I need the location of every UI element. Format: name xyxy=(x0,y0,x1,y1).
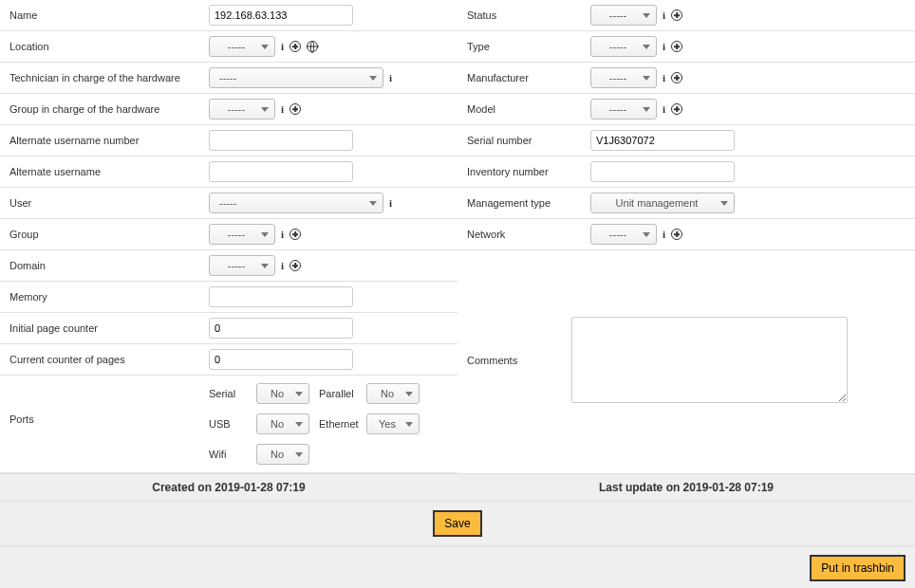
add-icon[interactable] xyxy=(289,103,301,115)
row-alt-user: Alternate username xyxy=(0,156,458,188)
info-icon[interactable]: i xyxy=(389,72,392,83)
row-type: Type ----- i xyxy=(458,31,915,63)
globe-icon[interactable] xyxy=(307,41,318,52)
mgmt-type-select[interactable]: Unit management xyxy=(590,193,735,213)
label-parallel: Parallel xyxy=(319,388,357,399)
label-init-page: Initial page counter xyxy=(9,322,209,334)
add-icon[interactable] xyxy=(671,41,682,52)
network-select[interactable]: ----- xyxy=(590,224,657,245)
right-column: Status ----- i Type ----- i xyxy=(458,0,915,473)
add-icon[interactable] xyxy=(671,103,682,115)
row-manufacturer: Manufacturer ----- i xyxy=(458,63,915,94)
add-icon[interactable] xyxy=(289,41,301,52)
info-icon[interactable]: i xyxy=(663,72,665,83)
info-icon[interactable]: i xyxy=(663,41,665,52)
label-cur-page: Current counter of pages xyxy=(9,354,209,365)
chevron-down-icon xyxy=(643,232,650,237)
row-memory: Memory xyxy=(0,282,458,313)
row-domain: Domain ----- i xyxy=(0,250,458,282)
model-select[interactable]: ----- xyxy=(590,99,657,119)
info-icon[interactable]: i xyxy=(281,229,284,240)
label-network: Network xyxy=(467,229,590,240)
label-type: Type xyxy=(467,41,590,52)
form-container: Name Location ----- i Technician in char… xyxy=(0,0,915,473)
info-icon[interactable]: i xyxy=(663,229,665,240)
chevron-down-icon xyxy=(295,392,303,396)
row-network: Network ----- i xyxy=(458,219,915,250)
label-wifi: Wifi xyxy=(209,449,247,460)
chevron-down-icon xyxy=(261,264,269,268)
row-name: Name xyxy=(0,0,458,31)
label-tech-hw: Technician in charge of the hardware xyxy=(9,72,209,83)
chevron-down-icon xyxy=(720,201,728,206)
chevron-down-icon xyxy=(405,422,413,427)
save-bar: Save xyxy=(0,502,915,546)
info-icon[interactable]: i xyxy=(281,260,284,271)
info-icon[interactable]: i xyxy=(281,41,284,52)
cur-page-input[interactable] xyxy=(209,349,353,370)
tech-hw-select[interactable]: ----- xyxy=(209,67,383,88)
wifi-select[interactable]: No xyxy=(256,444,309,465)
group-hw-select[interactable]: ----- xyxy=(209,99,275,119)
name-input[interactable] xyxy=(209,5,353,26)
updated-on: Last update on 2019-01-28 07:19 xyxy=(458,481,915,494)
add-icon[interactable] xyxy=(671,9,682,21)
trash-button[interactable]: Put in trashbin xyxy=(810,555,906,581)
add-icon[interactable] xyxy=(671,72,682,83)
info-icon[interactable]: i xyxy=(663,103,665,115)
label-location: Location xyxy=(9,41,209,52)
row-model: Model ----- i xyxy=(458,94,915,125)
row-serial-num: Serial number xyxy=(458,125,915,156)
add-icon[interactable] xyxy=(289,229,301,240)
comments-textarea[interactable] xyxy=(571,317,848,403)
timestamps-bar: Created on 2019-01-28 07:19 Last update … xyxy=(0,473,915,502)
status-select[interactable]: ----- xyxy=(590,5,657,26)
alt-user-num-input[interactable] xyxy=(209,130,353,151)
location-select[interactable]: ----- xyxy=(209,36,275,57)
user-select[interactable]: ----- xyxy=(209,193,383,213)
domain-select[interactable]: ----- xyxy=(209,255,275,276)
chevron-down-icon xyxy=(261,45,269,49)
label-ports: Ports xyxy=(9,383,209,425)
label-memory: Memory xyxy=(9,291,209,303)
label-manufacturer: Manufacturer xyxy=(467,72,590,83)
manufacturer-select[interactable]: ----- xyxy=(590,67,657,88)
group-select[interactable]: ----- xyxy=(209,224,275,245)
info-icon[interactable]: i xyxy=(389,197,392,209)
parallel-select[interactable]: No xyxy=(366,383,420,404)
serial-select[interactable]: No xyxy=(256,383,309,404)
add-icon[interactable] xyxy=(671,229,682,240)
label-ethernet: Ethernet xyxy=(319,418,357,430)
chevron-down-icon xyxy=(643,76,650,81)
ethernet-select[interactable]: Yes xyxy=(366,413,420,434)
row-comments: Comments xyxy=(458,307,915,413)
label-comments: Comments xyxy=(467,355,571,366)
serial-num-input[interactable] xyxy=(590,130,735,151)
label-domain: Domain xyxy=(9,260,209,271)
memory-input[interactable] xyxy=(209,286,353,307)
row-ports: Ports Serial No Parallel No USB No Ether… xyxy=(0,376,458,473)
label-serial: Serial xyxy=(209,388,247,399)
label-usb: USB xyxy=(209,418,247,430)
type-select[interactable]: ----- xyxy=(590,36,657,57)
left-column: Name Location ----- i Technician in char… xyxy=(0,0,458,473)
chevron-down-icon xyxy=(643,107,650,112)
trash-bar: Put in trashbin xyxy=(0,546,915,588)
label-mgmt-type: Management type xyxy=(467,197,590,209)
row-alt-user-num: Alternate username number xyxy=(0,125,458,156)
row-location: Location ----- i xyxy=(0,31,458,63)
chevron-down-icon xyxy=(295,422,303,427)
info-icon[interactable]: i xyxy=(281,103,284,115)
add-icon[interactable] xyxy=(289,260,301,271)
save-button[interactable]: Save xyxy=(433,510,481,537)
inv-num-input[interactable] xyxy=(590,161,735,182)
alt-user-input[interactable] xyxy=(209,161,353,182)
usb-select[interactable]: No xyxy=(256,413,309,434)
row-tech-hw: Technician in charge of the hardware ---… xyxy=(0,63,458,94)
chevron-down-icon xyxy=(643,45,650,49)
chevron-down-icon xyxy=(369,76,377,81)
init-page-input[interactable] xyxy=(209,318,353,339)
chevron-down-icon xyxy=(295,452,303,457)
row-status: Status ----- i xyxy=(458,0,915,31)
info-icon[interactable]: i xyxy=(663,9,665,21)
